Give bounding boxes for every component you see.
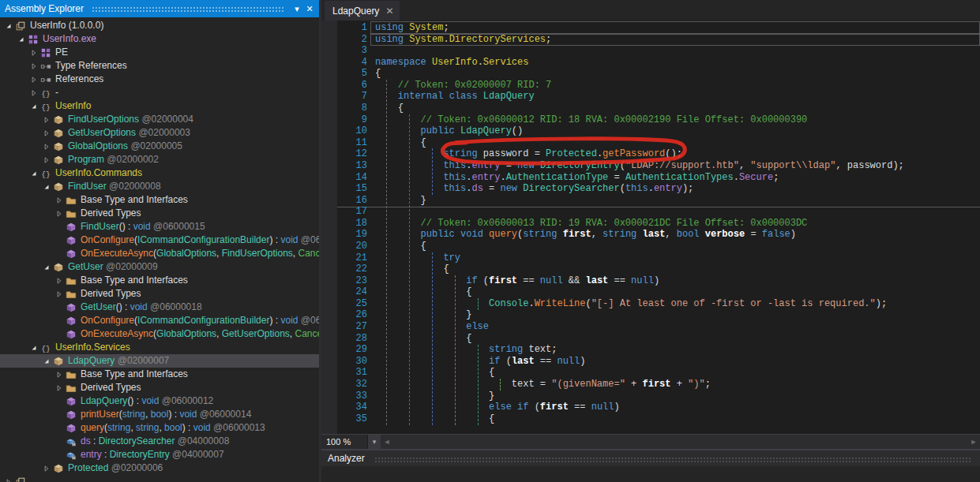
tree-item[interactable]: Base Type and Interfaces xyxy=(0,193,319,207)
scrollbar-track[interactable] xyxy=(393,435,967,449)
expander-open-icon[interactable] xyxy=(28,101,39,112)
code-line[interactable]: 1using System; xyxy=(321,22,980,34)
tree-item[interactable] xyxy=(0,475,319,482)
tree-item[interactable]: OnConfigure(ICommandConfigurationBuilder… xyxy=(0,234,319,247)
tree-item[interactable]: Derived Types xyxy=(0,381,319,394)
tree-item[interactable]: OnExecuteAsync(GlobalOptions, GetUserOpt… xyxy=(0,327,319,341)
tree-item[interactable]: Protected @02000006 xyxy=(0,461,319,475)
code-line[interactable]: 14 this.entry.AuthenticationType = Authe… xyxy=(321,172,980,184)
code-line[interactable]: 15 this.ds = new DirectorySearcher(this.… xyxy=(321,183,980,195)
code-line[interactable]: 35 { xyxy=(321,413,980,425)
code-line[interactable]: 21 try xyxy=(321,252,980,264)
expander-closed-icon[interactable] xyxy=(28,61,39,72)
expander-closed-icon[interactable] xyxy=(41,141,52,152)
code-line[interactable]: 5{ xyxy=(321,68,980,80)
code-line[interactable]: 3 xyxy=(321,45,980,57)
expander-closed-icon[interactable] xyxy=(41,114,52,125)
code-line[interactable]: 12 string password = Protected.getPasswo… xyxy=(321,148,980,160)
code-line[interactable]: 17 xyxy=(321,206,980,218)
expander-open-icon[interactable] xyxy=(41,262,52,273)
code-line[interactable]: 33 } xyxy=(321,390,980,402)
expander-open-icon[interactable] xyxy=(28,168,39,179)
zoom-level-combo[interactable]: 100 % xyxy=(321,435,368,449)
code-line[interactable]: 26 } xyxy=(321,309,980,321)
code-line[interactable]: 4namespace UserInfo.Services xyxy=(321,57,980,69)
expander-closed-icon[interactable] xyxy=(54,369,65,380)
code-line[interactable]: 29 string text; xyxy=(321,344,980,356)
code-line[interactable]: 28 { xyxy=(321,333,980,345)
tree-item[interactable]: Derived Types xyxy=(0,207,319,220)
expander-closed-icon[interactable] xyxy=(41,155,52,166)
tree-item[interactable]: {}UserInfo.Commands xyxy=(0,166,319,180)
tree-item[interactable]: FindUser() : void @06000015 xyxy=(0,220,319,234)
tree-item[interactable]: Base Type and Interfaces xyxy=(0,274,319,287)
tree-item[interactable]: UserInfo (1.0.0.0) xyxy=(0,19,319,32)
code-line[interactable]: 13 this.entry = new DirectoryEntry("LDAP… xyxy=(321,160,980,172)
expander-closed-icon[interactable] xyxy=(28,88,39,99)
tree-item[interactable]: UserInfo.exe xyxy=(0,32,319,46)
code-line[interactable]: 32 text = "(givenName=" + first + ")"; xyxy=(321,379,980,390)
expander-closed-icon[interactable] xyxy=(54,275,65,286)
scroll-right-icon[interactable]: ► xyxy=(967,435,980,449)
tree-item[interactable]: {}- xyxy=(0,86,319,99)
code-line[interactable]: 24 { xyxy=(321,286,980,298)
tree-item[interactable]: GetUser @02000009 xyxy=(0,260,319,274)
expander-open-icon[interactable] xyxy=(3,21,14,32)
code-line[interactable]: 16 } xyxy=(321,195,980,207)
tree-item[interactable]: GetUser() : void @06000018 xyxy=(0,301,319,314)
expander-closed-icon[interactable] xyxy=(54,195,65,206)
horizontal-scrollbar[interactable]: ◄ ► xyxy=(381,435,980,449)
code-line[interactable]: 27 else xyxy=(321,321,980,333)
code-line[interactable]: 18 // Token: 0x06000013 RID: 19 RVA: 0x0… xyxy=(321,218,980,230)
code-line[interactable]: 25 Console.WriteLine("[-] At least one o… xyxy=(321,298,980,310)
tree-item[interactable]: OnExecuteAsync(GlobalOptions, FindUserOp… xyxy=(0,247,319,260)
expander-closed-icon[interactable] xyxy=(54,208,65,219)
expander-closed-icon[interactable] xyxy=(54,383,65,394)
tree-item[interactable]: FindUser @02000008 xyxy=(0,180,319,193)
tree-item[interactable]: FindUserOptions @02000004 xyxy=(0,113,319,126)
tree-item[interactable]: {}UserInfo xyxy=(0,99,319,113)
expander-open-icon[interactable] xyxy=(41,356,52,367)
code-line[interactable]: 11 { xyxy=(321,137,980,149)
code-line[interactable]: 22 { xyxy=(321,263,980,275)
tab-ldapquery[interactable]: LdapQuery ✕ xyxy=(325,1,400,21)
analyzer-titlebar[interactable]: Analyzer xyxy=(321,450,980,466)
tree-item[interactable]: GlobalOptions @02000005 xyxy=(0,140,319,153)
expander-closed-icon[interactable] xyxy=(54,289,65,300)
tree-item[interactable]: GetUserOptions @02000003 xyxy=(0,126,319,140)
code-line[interactable]: 34 else if (first == null) xyxy=(321,402,980,413)
assembly-explorer-titlebar[interactable]: Assembly Explorer ▾ ✕ xyxy=(0,0,319,17)
tree-item[interactable]: Derived Types xyxy=(0,287,319,301)
close-icon[interactable]: ✕ xyxy=(303,2,316,15)
tree-item[interactable]: printUser(string, bool) : void @06000014 xyxy=(0,408,319,421)
expander-closed-icon[interactable] xyxy=(41,128,52,139)
code-line[interactable]: 7 internal class LdapQuery xyxy=(321,91,980,103)
tree-item[interactable]: LdapQuery @02000007 xyxy=(0,354,319,368)
code-line[interactable]: 19 public void query(string first, strin… xyxy=(321,229,980,241)
code-editor[interactable]: 1using System;2using System.DirectorySer… xyxy=(321,21,980,434)
code-line[interactable]: 9 // Token: 0x06000012 RID: 18 RVA: 0x00… xyxy=(321,114,980,126)
tree-item[interactable]: query(string, string, bool) : void @0600… xyxy=(0,421,319,435)
tree-item[interactable]: Type References xyxy=(0,59,319,73)
tree-item[interactable]: ds : DirectorySearcher @04000008 xyxy=(0,435,319,448)
expander-closed-icon[interactable] xyxy=(41,463,52,474)
expander-open-icon[interactable] xyxy=(41,181,52,192)
expander-open-icon[interactable] xyxy=(16,34,27,45)
tree-item[interactable]: OnConfigure(ICommandConfigurationBuilder… xyxy=(0,314,319,327)
tree-item[interactable]: PE xyxy=(0,46,319,59)
code-line[interactable]: 2using System.DirectoryServices; xyxy=(321,34,980,46)
tree-item[interactable]: entry : DirectoryEntry @04000007 xyxy=(0,448,319,461)
tree-item[interactable]: LdapQuery() : void @06000012 xyxy=(0,394,319,408)
tree-item[interactable]: References xyxy=(0,73,319,86)
scroll-left-icon[interactable]: ◄ xyxy=(381,435,393,449)
expander-open-icon[interactable] xyxy=(28,342,39,353)
code-line[interactable]: 20 { xyxy=(321,241,980,252)
zoom-dropdown-icon[interactable]: ▾ xyxy=(368,435,381,449)
expander-closed-icon[interactable] xyxy=(28,74,39,85)
tree-item[interactable]: Program @02000002 xyxy=(0,153,319,166)
window-position-chevron-icon[interactable]: ▾ xyxy=(291,2,303,15)
code-line[interactable]: 23 if (first == null && last == null) xyxy=(321,275,980,287)
expander-closed-icon[interactable] xyxy=(3,476,14,482)
expander-closed-icon[interactable] xyxy=(28,47,39,58)
tree-item[interactable]: Base Type and Interfaces xyxy=(0,368,319,381)
